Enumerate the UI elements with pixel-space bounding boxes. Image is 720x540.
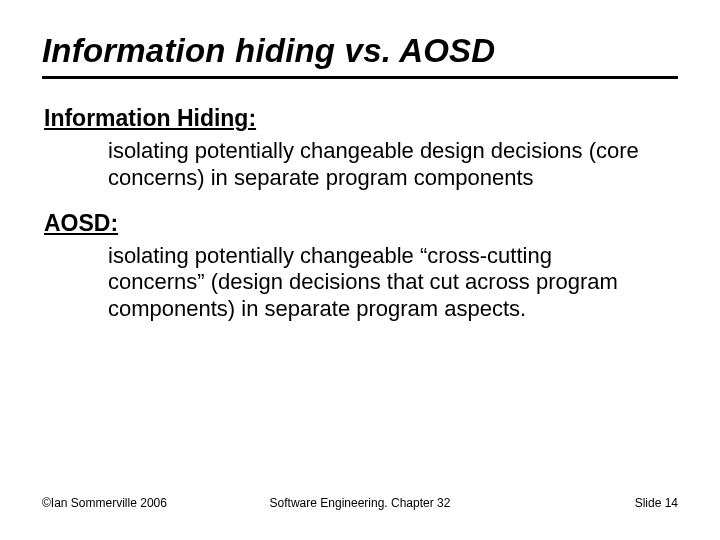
footer-slide-number: Slide 14 — [635, 496, 678, 510]
slide-footer: ©Ian Sommerville 2006 Software Engineeri… — [42, 496, 678, 510]
section-body: isolating potentially changeable design … — [108, 138, 648, 192]
slide: Information hiding vs. AOSD Information … — [0, 0, 720, 540]
footer-copyright: ©Ian Sommerville 2006 — [42, 496, 167, 510]
slide-title: Information hiding vs. AOSD — [42, 32, 678, 70]
section-heading: Information Hiding: — [44, 105, 678, 132]
section-body: isolating potentially changeable “cross-… — [108, 243, 648, 323]
section-heading: AOSD: — [44, 210, 678, 237]
title-rule — [42, 76, 678, 79]
